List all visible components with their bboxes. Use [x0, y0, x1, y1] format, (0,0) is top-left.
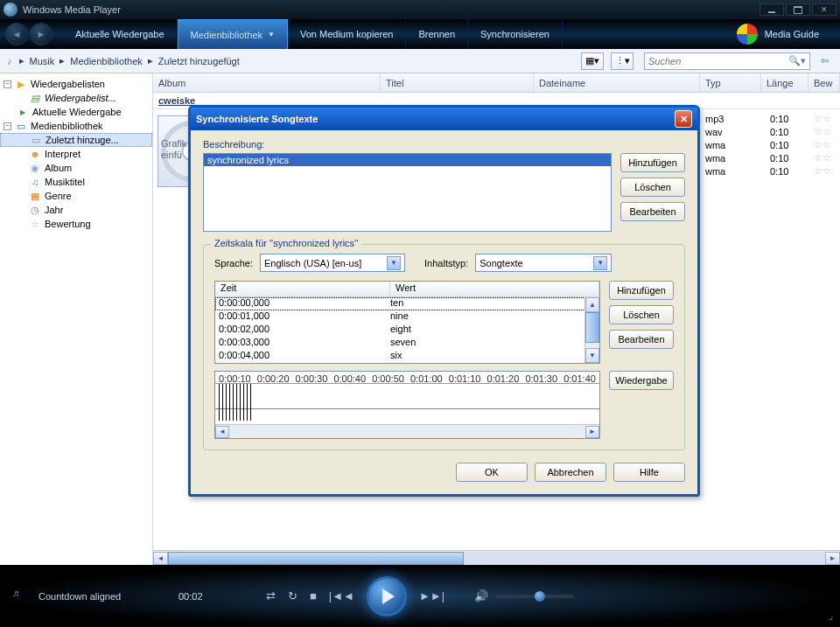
- sidebar-item-genre[interactable]: Genre: [0, 189, 152, 203]
- table-row[interactable]: wav0:10☆☆: [700, 125, 840, 138]
- horizontal-scrollbar[interactable]: ◄ ►: [153, 550, 840, 565]
- sidebar-item-current[interactable]: Aktuelle Wiedergabe: [0, 105, 152, 119]
- scroll-thumb[interactable]: [585, 312, 599, 343]
- add-time-button[interactable]: Hinzufügen: [609, 281, 674, 300]
- sidebar-item-title[interactable]: Musiktitel: [0, 175, 152, 189]
- nav-forward-button[interactable]: ►: [30, 23, 52, 45]
- next-button[interactable]: ►►|: [419, 589, 444, 603]
- view-layout-button[interactable]: ▦▾: [581, 52, 604, 70]
- music-icon: [7, 56, 12, 66]
- prev-button[interactable]: |◄◄: [329, 589, 354, 603]
- compact-mode-button[interactable]: ⌟: [829, 610, 833, 622]
- col-album[interactable]: Album: [153, 73, 381, 92]
- time-row[interactable]: 0:00:02,000eight: [215, 324, 599, 337]
- time-row[interactable]: 0:00:00,000ten: [215, 297, 599, 310]
- playback-button[interactable]: Wiedergabe: [609, 371, 674, 390]
- add-description-button[interactable]: Hinzufügen: [620, 153, 685, 172]
- tab-burn[interactable]: Brennen: [406, 19, 468, 49]
- language-label: Sprache:: [214, 258, 253, 268]
- scroll-left-button[interactable]: ◄: [215, 426, 229, 438]
- top-nav: ◄ ► Aktuelle Wiedergabe Medienbibliothek…: [0, 19, 840, 49]
- description-label: Beschreibung:: [203, 139, 685, 150]
- col-rating[interactable]: Bew: [808, 73, 840, 92]
- scroll-down-button[interactable]: ▼: [585, 348, 599, 363]
- sidebar-item-artist[interactable]: Interpret: [0, 147, 152, 161]
- scroll-up-button[interactable]: ▲: [585, 297, 599, 312]
- repeat-button[interactable]: ↻: [288, 589, 298, 603]
- time-table[interactable]: Zeit Wert 0:00:00,000ten 0:00:01,000nine…: [214, 281, 600, 364]
- table-row[interactable]: mp30:10☆☆: [700, 112, 840, 125]
- mute-button[interactable]: 🔊: [474, 589, 488, 603]
- edit-description-button[interactable]: Bearbeiten: [620, 202, 685, 221]
- tab-rip[interactable]: Von Medium kopieren: [288, 19, 406, 49]
- play-button[interactable]: [367, 576, 407, 617]
- breadcrumb[interactable]: ▸Musik▸Medienbibliothek▸Zuletzt hinzugef…: [18, 55, 240, 66]
- scroll-right-button[interactable]: ►: [585, 426, 599, 438]
- tab-now-playing[interactable]: Aktuelle Wiedergabe: [63, 19, 178, 49]
- group-title: Zeitskala für ''synchronized lyrics'': [211, 238, 361, 248]
- scroll-left-button[interactable]: ◄: [153, 552, 168, 565]
- volume-slider[interactable]: [495, 595, 574, 598]
- restore-button[interactable]: [786, 3, 810, 16]
- column-headers: Album Titel Dateiname Typ Länge Bew: [153, 73, 840, 93]
- table-row[interactable]: wma0:10☆☆: [700, 164, 840, 178]
- close-window-button[interactable]: [812, 3, 836, 16]
- content-type-combo[interactable]: Songtexte ▼: [475, 254, 612, 272]
- minimize-button[interactable]: [760, 3, 784, 16]
- sidebar-item-recent[interactable]: Zuletzt hinzuge...: [0, 133, 152, 147]
- table-row[interactable]: wma0:10☆☆: [700, 138, 840, 151]
- sidebar-item-playlist[interactable]: ▤Wiedergabelist...: [0, 91, 152, 105]
- description-list[interactable]: synchronized lyrics: [203, 153, 612, 232]
- search-icon[interactable]: 🔍▾: [788, 55, 806, 66]
- blue-back-icon[interactable]: ⇦: [816, 52, 833, 70]
- tab-library[interactable]: Medienbibliothek ▼: [178, 19, 288, 49]
- scroll-right-button[interactable]: ►: [825, 552, 840, 565]
- windows-flag-icon: [737, 24, 758, 45]
- scroll-thumb[interactable]: [168, 552, 464, 565]
- col-type[interactable]: Typ: [700, 73, 761, 92]
- dialog-title: Synchronisierte Songtexte: [196, 114, 318, 124]
- delete-description-button[interactable]: Löschen: [620, 178, 685, 197]
- sidebar-item-library[interactable]: −Medienbibliothek: [0, 119, 152, 133]
- search-box[interactable]: 🔍▾: [644, 52, 810, 70]
- sync-lyrics-dialog: Synchronisierte Songtexte ✕ Beschreibung…: [188, 105, 700, 497]
- help-button[interactable]: Hilfe: [613, 463, 685, 482]
- table-row[interactable]: wma0:10☆☆: [700, 151, 840, 164]
- shuffle-button[interactable]: ⇄: [266, 589, 276, 603]
- col-value[interactable]: Wert: [390, 282, 599, 296]
- sidebar-item-album[interactable]: Album: [0, 161, 152, 175]
- window-title: Windows Media Player: [23, 4, 121, 15]
- sidebar-item-year[interactable]: Jahr: [0, 203, 152, 217]
- col-time[interactable]: Zeit: [215, 282, 390, 296]
- time-row[interactable]: 0:00:04,000six: [215, 350, 599, 363]
- timeline-hscrollbar[interactable]: ◄►: [215, 424, 599, 438]
- chevron-down-icon: ▼: [593, 256, 607, 270]
- timeline[interactable]: 0:00:10 0:00:20 0:00:30 0:00:40 0:00:50 …: [214, 371, 600, 439]
- table-vscrollbar[interactable]: ▲ ▼: [584, 297, 599, 363]
- view-options-button[interactable]: ⋮▾: [611, 52, 634, 70]
- col-length[interactable]: Länge: [761, 73, 808, 92]
- stop-button[interactable]: ■: [310, 589, 317, 603]
- nav-back-button[interactable]: ◄: [5, 23, 28, 45]
- delete-time-button[interactable]: Löschen: [609, 305, 674, 324]
- edit-time-button[interactable]: Bearbeiten: [609, 330, 674, 349]
- search-input[interactable]: [648, 56, 788, 66]
- tab-sync[interactable]: Synchronisieren: [468, 19, 563, 49]
- dialog-titlebar[interactable]: Synchronisierte Songtexte ✕: [191, 108, 697, 130]
- window-titlebar: Windows Media Player: [0, 0, 840, 19]
- time-row[interactable]: 0:00:03,000seven: [215, 337, 599, 350]
- time-row[interactable]: 0:00:01,000nine: [215, 310, 599, 324]
- cancel-button[interactable]: Abbrechen: [535, 463, 606, 482]
- scroll-track[interactable]: [168, 552, 825, 565]
- sidebar-item-rating[interactable]: Bewertung: [0, 217, 152, 231]
- ok-button[interactable]: OK: [456, 463, 528, 482]
- sidebar-item-playlists[interactable]: −▶Wiedergabelisten: [0, 77, 152, 91]
- media-guide-button[interactable]: Media Guide: [721, 24, 835, 45]
- description-item[interactable]: synchronized lyrics: [204, 154, 611, 166]
- volume-knob[interactable]: [535, 591, 545, 602]
- col-title[interactable]: Titel: [381, 73, 534, 92]
- dialog-close-button[interactable]: ✕: [675, 110, 692, 128]
- now-playing-track: Countdown aligned: [38, 591, 161, 602]
- col-filename[interactable]: Dateiname: [534, 73, 700, 92]
- language-combo[interactable]: Englisch (USA) [en-us] ▼: [260, 254, 405, 272]
